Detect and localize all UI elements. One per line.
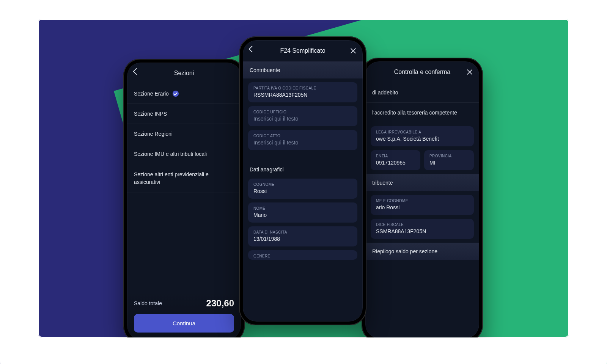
page-title: Controlla e conferma [394, 69, 451, 75]
chevron-left-icon [132, 69, 141, 77]
showcase-frame: Sezioni Sezione Erario Sezione INPS Sezi… [38, 19, 569, 337]
field-codice-fiscale: DICE FISCALE SSMRA88A13F205N [371, 219, 474, 239]
field-provincia: PROVINCIA MI [424, 150, 474, 170]
section-row-erario[interactable]: Sezione Erario [127, 84, 241, 104]
section-dati-anagrafici: Dati anagrafici [243, 160, 363, 175]
phone-conferma: Controlla e conferma di addebito l'accre… [362, 58, 483, 337]
close-button[interactable] [349, 40, 357, 61]
header: Sezioni [127, 63, 241, 84]
field-piva[interactable]: PARTITA IVA O CODICE FISCALE RSSMRA88A13… [248, 82, 357, 102]
field-agenzia: ENZIA 0917120965 [371, 150, 420, 170]
section-row-altri-enti[interactable]: Sezione altri enti previdenziali e assic… [127, 164, 241, 193]
close-icon [465, 68, 474, 76]
phone-f24: F24 Semplificato Contribuente PARTITA IV… [239, 36, 366, 325]
field-delega: LEGA IRREVOCABILE A owe S.p.A. Società B… [371, 126, 474, 146]
back-button[interactable] [248, 40, 256, 61]
page-title: F24 Semplificato [280, 47, 325, 54]
header: Controlla e conferma [365, 61, 479, 83]
field-codice-ufficio[interactable]: CODICE UFFICIO Inserisci qui il testo [248, 106, 357, 126]
phone-sezioni: Sezioni Sezione Erario Sezione INPS Sezi… [123, 59, 245, 337]
tab-riepilogo[interactable]: Riepilogo saldo per sezione [365, 243, 479, 260]
page-title: Sezioni [174, 70, 194, 77]
tab-contribuente[interactable]: Contribuente [243, 61, 363, 78]
field-cognome[interactable]: COGNOME Rossi [248, 179, 357, 199]
field-genere[interactable]: GENERE [248, 250, 357, 260]
close-button[interactable] [465, 61, 474, 83]
back-button[interactable] [132, 63, 141, 84]
field-nome-cognome: ME E COGNOME ario Rossi [371, 195, 474, 215]
check-icon [173, 91, 179, 97]
row-addebito: di addebito [365, 83, 479, 102]
row-label: Sezione Erario [134, 91, 169, 97]
total-amount: 230,60 [206, 298, 234, 309]
field-data-nascita[interactable]: DATA DI NASCITA 13/01/1988 [248, 226, 357, 246]
continue-button[interactable]: Continua [134, 314, 234, 333]
tab-contribuente[interactable]: tribuente [365, 174, 479, 191]
section-row-regioni[interactable]: Sezione Regioni [127, 124, 241, 144]
row-tesoreria: l'accredito alla tesoreria competente [365, 103, 479, 122]
footer: Saldo totale 230,60 Continua [127, 291, 241, 337]
field-codice-atto[interactable]: CODICE ATTO Inserisci qui il testo [248, 130, 357, 150]
total-label: Saldo totale [134, 300, 162, 306]
section-row-inps[interactable]: Sezione INPS [127, 104, 241, 124]
section-row-imu[interactable]: Sezione IMU e altri tributi locali [127, 144, 241, 164]
close-icon [349, 47, 357, 55]
chevron-left-icon [248, 47, 256, 55]
field-nome[interactable]: NOME Mario [248, 202, 357, 223]
header: F24 Semplificato [243, 40, 363, 61]
